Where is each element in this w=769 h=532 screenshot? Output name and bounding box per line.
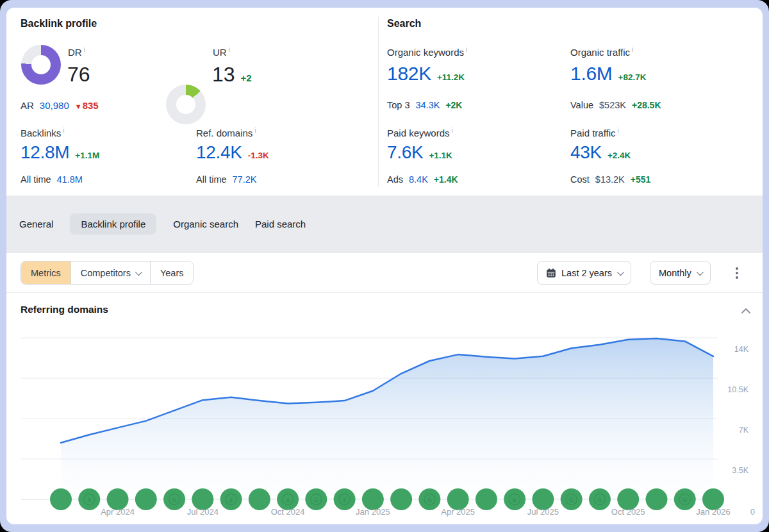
cost-row: Cost $13.2K +551 <box>570 174 650 185</box>
ur-label: URi <box>213 46 230 58</box>
backlinks-alltime-link[interactable]: 41.8M <box>57 174 83 185</box>
event-marker[interactable]: G <box>561 488 583 510</box>
metrics-segment[interactable]: Metrics <box>21 262 71 284</box>
tab-paid-search[interactable]: Paid search <box>255 213 306 235</box>
more-options-kebab-icon[interactable] <box>732 263 742 283</box>
paid-keywords-value[interactable]: 7.6K <box>387 142 423 163</box>
event-marker[interactable] <box>249 488 270 510</box>
x-axis-tick-label: Jan 2025 <box>356 507 390 517</box>
event-marker[interactable]: 3 <box>78 488 100 510</box>
event-marker[interactable]: G <box>589 488 611 510</box>
info-icon[interactable]: i <box>229 46 230 53</box>
chevron-up-icon[interactable] <box>741 308 751 314</box>
ur-donut-chart[interactable] <box>166 85 206 124</box>
ref-domains-value[interactable]: 12.4K <box>196 142 242 163</box>
ar-value-link[interactable]: 30,980 <box>40 100 69 111</box>
info-icon[interactable]: i <box>632 46 633 53</box>
info-icon[interactable]: i <box>84 46 85 53</box>
x-axis-tick-label: Jul 2024 <box>187 507 219 517</box>
x-axis-tick-label: Apr 2024 <box>101 507 135 517</box>
area-fill <box>61 338 713 499</box>
chevron-down-icon <box>697 268 704 275</box>
info-icon[interactable]: i <box>452 127 453 134</box>
ref-domains-alltime-link[interactable]: 77.2K <box>233 174 257 185</box>
event-marker[interactable]: G <box>418 488 440 510</box>
info-icon[interactable]: i <box>466 46 467 53</box>
x-axis-tick-label: Oct 2024 <box>271 507 305 517</box>
chart-title: Referring domains <box>21 304 108 315</box>
event-marker-glyph: G <box>172 496 176 503</box>
y-axis-zero-label: 0 <box>750 508 755 517</box>
tab-backlink-profile[interactable]: Backlink profile <box>70 213 156 235</box>
info-icon[interactable]: i <box>254 127 256 134</box>
calendar-icon <box>546 268 556 278</box>
event-marker[interactable] <box>645 488 667 510</box>
event-marker[interactable]: G <box>674 488 696 510</box>
date-range-button[interactable]: Last 2 years <box>537 261 631 285</box>
event-marker-glyph: 2 <box>229 496 233 503</box>
event-marker-glyph: G <box>512 496 517 503</box>
event-marker[interactable]: 2 <box>334 488 356 510</box>
y-axis-tick-label: 14K <box>734 345 749 354</box>
event-marker[interactable]: G <box>305 488 327 510</box>
tab-organic-search[interactable]: Organic search <box>173 213 238 235</box>
organic-keywords-value-row: 182K +11.2K <box>387 63 465 85</box>
toolbar-divider <box>6 292 763 293</box>
x-axis-tick-label: Oct 2025 <box>611 507 645 517</box>
info-icon[interactable]: i <box>63 127 64 134</box>
traffic-value-amount[interactable]: $523K <box>599 100 626 110</box>
organic-traffic-label: Organic traffici <box>570 46 633 58</box>
ref-domains-alltime-row: All time 77.2K <box>196 174 256 185</box>
backlinks-value-row: 12.8M +1.1M <box>21 142 99 163</box>
ads-row: Ads 8.4K +1.4K <box>387 174 458 185</box>
organic-keywords-delta: +11.2K <box>437 72 465 82</box>
referring-domains-chart[interactable]: 3G2aG2GGGGG 14K10.5K7K3.5K0Apr 2024Jul 2… <box>6 327 763 523</box>
paid-keywords-value-row: 7.6K +1.1K <box>387 142 452 163</box>
top3-row: Top 3 34.3K +2K <box>387 100 462 110</box>
ads-link[interactable]: 8.4K <box>409 174 428 185</box>
event-marker[interactable]: G <box>504 488 525 510</box>
organic-traffic-value-row: 1.6M +82.7K <box>570 63 646 85</box>
dr-donut-chart[interactable] <box>21 45 61 85</box>
top3-link[interactable]: 34.3K <box>415 100 440 110</box>
backlink-profile-title: Backlink profile <box>21 18 97 29</box>
paid-keywords-delta: +1.1K <box>429 151 452 160</box>
organic-traffic-value[interactable]: 1.6M <box>570 63 613 85</box>
view-segmented-control: Metrics Competitors Years <box>21 261 194 285</box>
paid-traffic-value[interactable]: 43K <box>570 142 602 163</box>
competitors-segment[interactable]: Competitors <box>71 262 151 284</box>
event-marker[interactable] <box>50 488 72 510</box>
event-marker[interactable] <box>475 488 497 510</box>
chevron-down-icon <box>617 268 624 275</box>
event-marker-glyph: G <box>569 496 574 503</box>
ar-row: AR 30,980 ▼835 <box>21 100 99 111</box>
dr-label: DRi <box>68 46 85 58</box>
y-axis-tick-label: 10.5K <box>727 385 748 394</box>
ar-delta: ▼835 <box>75 100 99 111</box>
tab-general[interactable]: General <box>19 213 53 235</box>
tabs-band: General Backlink profile Organic search … <box>6 195 763 253</box>
granularity-button[interactable]: Monthly <box>650 261 711 285</box>
down-triangle-icon: ▼ <box>75 103 82 110</box>
event-marker-glyph: G <box>597 496 602 503</box>
event-marker[interactable]: G <box>163 488 185 510</box>
event-marker[interactable] <box>135 488 157 510</box>
cost-amount[interactable]: $13.2K <box>595 174 625 185</box>
event-marker-glyph: G <box>682 496 687 503</box>
dr-value: 76 <box>67 64 90 85</box>
ar-label: AR <box>21 100 34 111</box>
backlinks-delta: +1.1M <box>75 151 99 160</box>
search-title: Search <box>387 18 421 29</box>
years-segment[interactable]: Years <box>151 262 194 284</box>
event-marker-glyph: a <box>286 496 290 503</box>
organic-keywords-value[interactable]: 182K <box>387 63 431 85</box>
ref-domains-value-row: 12.4K -1.3K <box>196 142 269 163</box>
event-marker[interactable]: 2 <box>220 488 242 510</box>
main-content: Backlink profile DRi 76 AR 30,980 ▼835 U… <box>6 8 763 524</box>
backlinks-value[interactable]: 12.8M <box>21 142 69 163</box>
info-icon[interactable]: i <box>618 127 619 134</box>
event-marker[interactable] <box>390 488 412 510</box>
y-axis-tick-label: 3.5K <box>732 466 748 475</box>
backlinks-alltime-row: All time 41.8M <box>21 174 83 185</box>
value-row: Value $523K +28.5K <box>570 100 661 110</box>
